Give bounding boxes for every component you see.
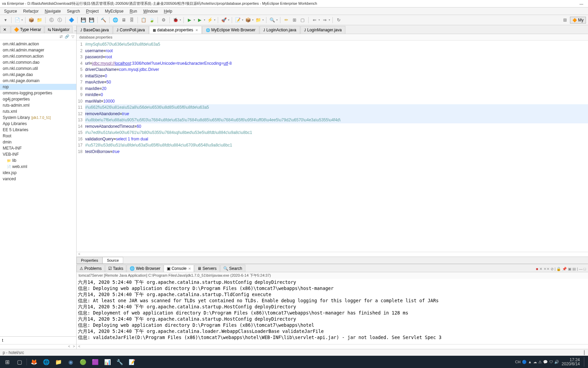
- tree-item[interactable]: om.nkl.admin.manager: [0, 47, 76, 53]
- open-console-icon[interactable]: ▤: [572, 267, 576, 271]
- clear-icon[interactable]: ⊘: [551, 267, 554, 271]
- bottom-tab-console[interactable]: ▣Console✕: [164, 265, 194, 272]
- console-hscroll[interactable]: <: [77, 344, 588, 349]
- tree-item[interactable]: vanced: [0, 176, 76, 182]
- interface-icon[interactable]: Ⓘ: [56, 17, 63, 24]
- tree-item[interactable]: ommons-logging.properties: [0, 90, 76, 96]
- close-tab-icon[interactable]: ✕: [188, 267, 191, 271]
- tree-item[interactable]: ruts.xml: [0, 108, 76, 114]
- menu-source[interactable]: Source: [1, 8, 20, 14]
- menu-help[interactable]: Help: [161, 8, 175, 14]
- tree-hscroll[interactable]: <>: [0, 344, 76, 349]
- editor-tab[interactable]: JBaseDao.java: [77, 26, 113, 34]
- editor-breadcrumb[interactable]: database.properties: [77, 34, 588, 41]
- tree-item[interactable]: Root: [0, 133, 76, 139]
- remove-launch-icon[interactable]: ✕: [539, 267, 542, 271]
- perspective-button[interactable]: 🔶 My: [570, 17, 586, 24]
- debug-icon[interactable]: 🐞: [172, 17, 179, 24]
- close-tab-icon[interactable]: ✕: [195, 28, 198, 32]
- app5-icon[interactable]: 📝: [127, 357, 137, 367]
- project-tree[interactable]: om.nkl.admin.actionom.nkl.admin.managero…: [0, 40, 76, 336]
- folder-icon[interactable]: 📁: [36, 17, 43, 24]
- view-tab[interactable]: ✕: [0, 26, 11, 33]
- run-icon[interactable]: ▶: [186, 17, 193, 24]
- tree-item[interactable]: om.nkl.common.action: [0, 53, 76, 59]
- max-console-icon[interactable]: □: [584, 267, 586, 271]
- bottom-tab-problems[interactable]: ⚠Problems: [77, 265, 105, 272]
- console-output[interactable]: 六月14, 2020 5:24:40 下午 org.apache.catalin…: [77, 279, 588, 344]
- myeclipse-icon[interactable]: ◉: [66, 357, 76, 367]
- tree-item[interactable]: rop: [0, 84, 76, 90]
- menu-run[interactable]: Run: [127, 8, 140, 14]
- struts-icon[interactable]: 📋: [140, 17, 147, 24]
- server-icon[interactable]: 🖥: [120, 17, 127, 24]
- tree-item[interactable]: om.nkl.page.domain: [0, 78, 76, 84]
- db-icon[interactable]: 🗄: [128, 17, 135, 24]
- editor-tab[interactable]: JLoginAction.java: [260, 26, 300, 34]
- firefox-icon[interactable]: 🦊: [29, 357, 39, 367]
- editor-hscroll[interactable]: <: [77, 252, 588, 257]
- taskview-icon[interactable]: ▢: [14, 357, 24, 367]
- min-console-icon[interactable]: —: [579, 267, 583, 271]
- pin-icon[interactable]: 📌: [562, 267, 567, 271]
- refresh-icon[interactable]: ↻: [335, 17, 342, 24]
- format-icon[interactable]: ⚙: [160, 17, 167, 24]
- toggle-icon[interactable]: ⊞: [291, 17, 298, 24]
- spring-icon[interactable]: 🍃: [148, 17, 155, 24]
- menu-project[interactable]: Project: [83, 8, 101, 14]
- terminate-icon[interactable]: ■: [536, 267, 538, 271]
- launch-icon[interactable]: 🚀: [220, 17, 227, 24]
- menu-icon[interactable]: ▽: [71, 34, 74, 39]
- chrome-icon[interactable]: 🌐: [41, 357, 51, 367]
- scroll-lock-icon[interactable]: 🔒: [556, 267, 561, 271]
- menu-myeclipse[interactable]: MyEclipse: [102, 8, 126, 14]
- bottom-tab-web-browser[interactable]: 🌐Web Browser: [127, 265, 163, 272]
- tree-item[interactable]: 📁lib: [0, 157, 76, 164]
- tree-item[interactable]: om.nkl.page.dao: [0, 72, 76, 78]
- bottom-tab-servers[interactable]: 🖥Servers: [194, 265, 219, 272]
- code-editor[interactable]: 123456789101112131415161718 #mySql\u6570…: [77, 41, 588, 252]
- tree-item[interactable]: om.nkl.common.dao: [0, 59, 76, 65]
- tree-item[interactable]: 📄web.xml: [0, 164, 76, 170]
- link-icon[interactable]: 🔗: [65, 34, 69, 39]
- start-button[interactable]: ⊞: [2, 357, 12, 367]
- tree-item[interactable]: EE 5 Libraries: [0, 127, 76, 133]
- edit-icon[interactable]: ✏: [283, 17, 290, 24]
- menu-refactor[interactable]: Refactor: [20, 8, 41, 14]
- editor-tab[interactable]: JConnPoll.java: [113, 26, 149, 34]
- editor-tab[interactable]: JLoginManager.java: [300, 26, 345, 34]
- tree-item[interactable]: og4j.properties: [0, 96, 76, 102]
- search-icon[interactable]: 🔍: [269, 17, 276, 24]
- save-icon[interactable]: 💾: [80, 17, 87, 24]
- deploy-icon[interactable]: 🌐: [112, 17, 119, 24]
- open-type-icon[interactable]: 🔷: [68, 17, 75, 24]
- tree-item[interactable]: om.nkl.common.util: [0, 65, 76, 72]
- explorer-icon[interactable]: 📁: [53, 357, 64, 367]
- app2-icon[interactable]: 🟪: [90, 357, 100, 367]
- display-icon[interactable]: ▣: [568, 267, 571, 271]
- properties-tab[interactable]: Properties: [77, 257, 102, 264]
- view-tab[interactable]: 🔶Type Hierar: [11, 26, 44, 33]
- forward-icon[interactable]: ⇒: [321, 17, 328, 24]
- tree-item[interactable]: om.nkl.admin.action: [0, 41, 76, 47]
- class-icon[interactable]: Ⓒ: [48, 17, 55, 24]
- new-icon[interactable]: ▾: [2, 17, 9, 24]
- app1-icon[interactable]: 🟢: [78, 357, 88, 367]
- collapse-icon[interactable]: ⇄: [60, 34, 63, 39]
- new-project-icon[interactable]: 📄: [14, 17, 21, 24]
- menu-search[interactable]: Search: [64, 8, 83, 14]
- new-folder-icon[interactable]: 📁: [255, 17, 262, 24]
- open-perspective-icon[interactable]: ⊞: [562, 17, 569, 24]
- view-tab[interactable]: ⇆Navigator: [45, 26, 72, 33]
- saveall-icon[interactable]: 💾: [88, 17, 95, 24]
- build-icon[interactable]: 🔨: [100, 17, 107, 24]
- menu-navigate[interactable]: Navigate: [42, 8, 63, 14]
- app4-icon[interactable]: 🔧: [115, 357, 125, 367]
- tree-item[interactable]: META-INF: [0, 145, 76, 151]
- remove-all-icon[interactable]: ⨯⨯: [543, 267, 550, 271]
- tree-item[interactable]: App Libraries: [0, 121, 76, 127]
- minimize-button[interactable]: —: [579, 2, 583, 6]
- source-tab[interactable]: Source: [102, 257, 123, 264]
- tree-item[interactable]: idex.jsp: [0, 170, 76, 176]
- app3-icon[interactable]: 📊: [102, 357, 113, 367]
